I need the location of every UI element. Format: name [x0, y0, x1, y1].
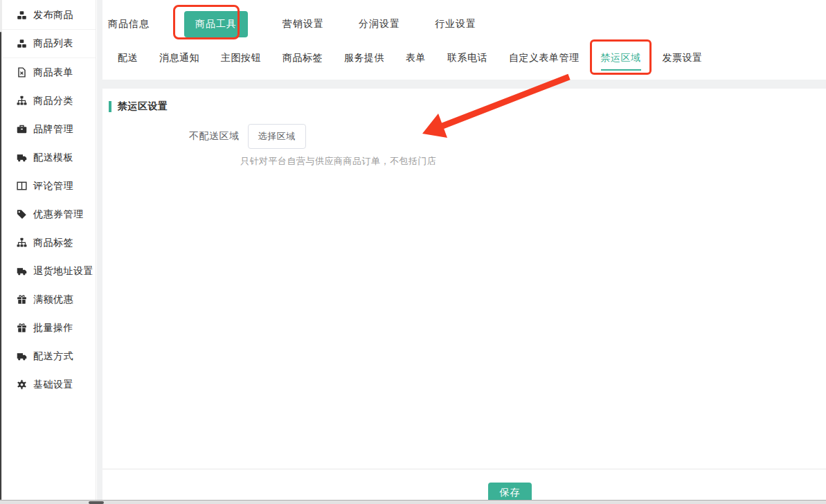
- columns-icon: [17, 181, 27, 191]
- subtab-invoice-settings[interactable]: 发票设置: [663, 52, 703, 71]
- file-excel-icon: [17, 67, 27, 78]
- truck-icon: [17, 351, 27, 361]
- subtab-main-image-button[interactable]: 主图按钮: [221, 52, 261, 71]
- sidebar-item-delivery-method[interactable]: 配送方式: [2, 342, 96, 370]
- briefcase-icon: [17, 124, 27, 134]
- truck-icon: [17, 266, 27, 276]
- sidebar-item-coupon-management[interactable]: 优惠券管理: [2, 200, 96, 228]
- sidebar-item-label: 批量操作: [33, 322, 73, 334]
- subtab-contact-phone[interactable]: 联系电话: [447, 52, 487, 71]
- sidebar-item-product-list[interactable]: 商品列表: [2, 30, 96, 58]
- secondary-tabs: 配送 消息通知 主图按钮 商品标签 服务提供 表单 联系电话 自定义表单管理 禁…: [118, 46, 703, 73]
- gift-icon: [17, 294, 27, 305]
- subtab-delivery[interactable]: 配送: [118, 52, 138, 71]
- region-help-text: 只针对平台自营与供应商商品订单，不包括门店: [240, 155, 437, 168]
- truck-icon: [17, 152, 27, 163]
- sidebar-item-batch-operation[interactable]: 批量操作: [2, 314, 96, 342]
- sidebar-item-label: 品牌管理: [33, 123, 73, 136]
- sidebar-item-label: 商品分类: [33, 95, 73, 107]
- sitemap-icon: [17, 237, 27, 248]
- primary-tabs: 商品信息 商品工具 营销设置 分润设置 行业设置: [108, 3, 476, 46]
- tab-product-tools[interactable]: 商品工具: [184, 11, 248, 37]
- sitemap-icon: [17, 96, 27, 106]
- sidebar-item-label: 商品列表: [33, 37, 73, 50]
- section-title: 禁运区设置: [118, 100, 168, 113]
- sidebar-item-label: 商品表单: [33, 66, 73, 79]
- bottom-scrollbar-track: [0, 500, 826, 504]
- bottom-scrollbar-thumb[interactable]: [89, 501, 104, 504]
- layout-gap: [102, 80, 826, 89]
- subtab-product-tags[interactable]: 商品标签: [282, 52, 323, 71]
- sidebar-item-label: 配送方式: [33, 350, 73, 363]
- footer-bar: 保存: [102, 469, 826, 500]
- gear-icon: [17, 379, 27, 390]
- subtab-prohibited-area[interactable]: 禁运区域: [601, 52, 641, 71]
- sidebar-item-brand-management[interactable]: 品牌管理: [2, 115, 96, 143]
- layout-gap: [97, 0, 102, 500]
- subtab-service-provide[interactable]: 服务提供: [344, 52, 384, 71]
- sidebar-item-label: 评论管理: [33, 180, 73, 192]
- sidebar-item-delivery-template[interactable]: 配送模板: [2, 143, 96, 172]
- sidebar-item-label: 退货地址设置: [33, 265, 93, 278]
- sidebar-item-label: 发布商品: [33, 9, 73, 21]
- subtab-form[interactable]: 表单: [406, 52, 426, 71]
- tabs-card: 商品信息 商品工具 营销设置 分润设置 行业设置 配送 消息通知 主图按钮 商品…: [102, 0, 826, 80]
- region-label: 不配送区域: [189, 130, 240, 143]
- no-delivery-region-row: 不配送区域 选择区域: [189, 124, 306, 149]
- left-scrollbar-track: [0, 0, 2, 500]
- sidebar-item-basic-settings[interactable]: 基础设置: [2, 370, 96, 399]
- sidebar-item-product-tags[interactable]: 商品标签: [2, 228, 96, 257]
- cubes-icon: [17, 10, 27, 21]
- sidebar-item-label: 满额优惠: [33, 294, 73, 306]
- tab-marketing-settings[interactable]: 营销设置: [282, 18, 324, 30]
- sidebar-item-publish-product[interactable]: 发布商品: [2, 1, 96, 30]
- sidebar-item-full-discount[interactable]: 满额优惠: [2, 285, 96, 314]
- main-panel: 商品信息 商品工具 营销设置 分润设置 行业设置 配送 消息通知 主图按钮 商品…: [102, 0, 826, 500]
- sidebar-item-comment-management[interactable]: 评论管理: [2, 172, 96, 200]
- tab-industry-settings[interactable]: 行业设置: [435, 18, 476, 30]
- cubes-icon: [17, 39, 27, 49]
- sidebar-item-product-form[interactable]: 商品表单: [2, 58, 96, 87]
- sidebar: 发布商品 商品列表 商品表单 商品分类 品牌管理 配送模板 评论管理 优惠券管理…: [2, 0, 96, 500]
- section-header: 禁运区设置: [109, 100, 168, 113]
- sidebar-item-product-category[interactable]: 商品分类: [2, 87, 96, 115]
- gift-icon: [17, 323, 27, 333]
- tab-profit-settings[interactable]: 分润设置: [359, 18, 400, 30]
- sidebar-item-label: 基础设置: [33, 379, 73, 391]
- sidebar-item-label: 商品标签: [33, 237, 73, 249]
- section-accent-bar: [109, 101, 111, 112]
- tags-icon: [17, 209, 27, 219]
- sidebar-item-label: 优惠券管理: [33, 208, 84, 221]
- sidebar-item-return-address-settings[interactable]: 退货地址设置: [2, 257, 96, 285]
- left-scrollbar-thumb[interactable]: [0, 32, 1, 500]
- sidebar-item-label: 配送模板: [33, 152, 73, 164]
- prohibited-area-settings-panel: 禁运区设置 不配送区域 选择区域 只针对平台自营与供应商商品订单，不包括门店: [102, 89, 826, 469]
- select-region-button[interactable]: 选择区域: [248, 124, 306, 149]
- subtab-custom-form-management[interactable]: 自定义表单管理: [509, 52, 580, 71]
- subtab-message-notify[interactable]: 消息通知: [159, 52, 199, 71]
- tab-product-info[interactable]: 商品信息: [108, 18, 150, 30]
